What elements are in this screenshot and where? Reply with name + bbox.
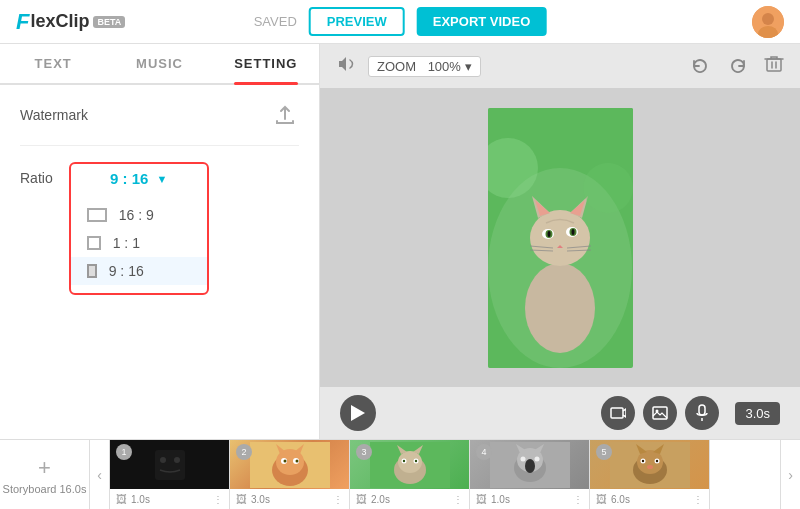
clip-5-duration: 6.0s — [611, 494, 630, 505]
ratio-option-916[interactable]: 9 : 16 — [71, 257, 207, 285]
svg-point-71 — [647, 465, 653, 469]
clip-2-img-icon: 🖼 — [236, 493, 247, 505]
clip-2-footer: 🖼 3.0s ⋮ — [230, 489, 349, 509]
main-area: TEXT MUSIC SETTING Watermark Ratio — [0, 44, 800, 439]
storyboard-label: Storyboard 16.0s — [3, 483, 87, 495]
divider — [20, 145, 299, 146]
clip-1[interactable]: 1 🐱 🖼 1.0s ⋮ — [110, 440, 230, 509]
clip-5[interactable]: 5 🖼 6.0s ⋮ — [590, 440, 710, 509]
tab-music[interactable]: MUSIC — [106, 44, 212, 83]
watermark-label: Watermark — [20, 107, 88, 123]
clip-1-footer: 🖼 1.0s ⋮ — [110, 489, 229, 509]
zoom-label: ZOOM — [377, 59, 416, 74]
svg-point-70 — [655, 459, 657, 461]
video-clip-icon[interactable] — [601, 396, 635, 430]
export-button[interactable]: EXPORT VIDEO — [417, 7, 547, 36]
ratio-option-169[interactable]: 16 : 9 — [71, 201, 207, 229]
clip-4-footer: 🖼 1.0s ⋮ — [470, 489, 589, 509]
zoom-arrow-icon: ▾ — [465, 59, 472, 74]
trash-icon[interactable] — [764, 54, 784, 79]
svg-point-59 — [525, 459, 535, 473]
ratio-option-11[interactable]: 1 : 1 — [71, 229, 207, 257]
redo-icon[interactable] — [724, 52, 752, 80]
svg-point-52 — [402, 459, 404, 461]
ratio-label: Ratio — [20, 170, 53, 186]
ratio-row: Ratio 9 : 16 ▼ 16 : 9 1 : 1 — [20, 162, 299, 295]
clip-5-menu[interactable]: ⋮ — [693, 494, 703, 505]
clip-5-img-icon: 🖼 — [596, 493, 607, 505]
clip-3[interactable]: 3 🖼 2.0s ⋮ — [350, 440, 470, 509]
clip-4-number: 4 — [476, 444, 492, 460]
svg-point-34 — [160, 457, 166, 463]
ratio-icon-916 — [87, 264, 97, 278]
ratio-dropdown[interactable]: 9 : 16 ▼ 16 : 9 1 : 1 — [69, 162, 209, 295]
clip-3-menu[interactable]: ⋮ — [453, 494, 463, 505]
clip-3-footer: 🖼 2.0s ⋮ — [350, 489, 469, 509]
ratio-option-11-label: 1 : 1 — [113, 235, 140, 251]
clip-1-menu[interactable]: ⋮ — [213, 494, 223, 505]
svg-rect-27 — [653, 407, 667, 419]
tab-text[interactable]: TEXT — [0, 44, 106, 83]
avatar[interactable] — [752, 6, 784, 38]
svg-marker-25 — [351, 405, 365, 421]
mic-icon[interactable] — [685, 396, 719, 430]
clip-5-number: 5 — [596, 444, 612, 460]
playback-bar: 3.0s — [320, 387, 800, 439]
watermark-row: Watermark — [20, 101, 299, 129]
svg-rect-26 — [611, 408, 623, 418]
logo-text: lexClip — [30, 11, 89, 32]
clip-3-duration: 2.0s — [371, 494, 390, 505]
saved-status: SAVED — [254, 14, 297, 29]
image-icon[interactable] — [643, 396, 677, 430]
right-panel: ZOOM 100% ▾ — [320, 44, 800, 439]
svg-point-43 — [283, 459, 286, 462]
clip-2-duration: 3.0s — [251, 494, 270, 505]
upload-icon[interactable] — [271, 101, 299, 129]
canvas-toolbar: ZOOM 100% ▾ — [320, 44, 800, 88]
left-panel: TEXT MUSIC SETTING Watermark Ratio — [0, 44, 320, 439]
playback-controls — [601, 396, 719, 430]
svg-point-69 — [641, 459, 643, 461]
ratio-option-169-label: 16 : 9 — [119, 207, 154, 223]
clip-3-img-icon: 🖼 — [356, 493, 367, 505]
header-center: SAVED PREVIEW EXPORT VIDEO — [254, 7, 547, 36]
tabs: TEXT MUSIC SETTING — [0, 44, 319, 85]
svg-point-7 — [530, 210, 590, 266]
scroll-left-arrow[interactable]: ‹ — [90, 440, 110, 509]
clip-2-number: 2 — [236, 444, 252, 460]
storyboard-clips: 1 🐱 🖼 1.0s ⋮ 2 — [110, 440, 780, 509]
tab-setting[interactable]: SETTING — [213, 44, 319, 83]
header: F lexClip BETA SAVED PREVIEW EXPORT VIDE… — [0, 0, 800, 44]
duration-badge: 3.0s — [735, 402, 780, 425]
svg-point-1 — [762, 13, 774, 25]
svg-point-16 — [547, 231, 550, 237]
toolbar-icons — [686, 52, 752, 80]
clip-1-img-icon: 🖼 — [116, 493, 127, 505]
play-button[interactable] — [340, 395, 376, 431]
clip-2[interactable]: 2 🖼 3.0s ⋮ — [230, 440, 350, 509]
undo-icon[interactable] — [686, 52, 714, 80]
svg-rect-3 — [767, 59, 781, 71]
clip-4-img-icon: 🖼 — [476, 493, 487, 505]
panel-content: Watermark Ratio 9 : 16 ▼ — [0, 85, 319, 439]
ratio-selected-value[interactable]: 9 : 16 ▼ — [71, 164, 207, 193]
ratio-icon-11 — [87, 236, 101, 250]
clip-2-menu[interactable]: ⋮ — [333, 494, 343, 505]
zoom-control[interactable]: ZOOM 100% ▾ — [368, 56, 481, 77]
svg-point-61 — [534, 456, 539, 461]
scroll-right-arrow[interactable]: › — [780, 440, 800, 509]
clip-4-menu[interactable]: ⋮ — [573, 494, 583, 505]
clip-4[interactable]: 4 🖼 1.0s ⋮ — [470, 440, 590, 509]
ratio-arrow-icon: ▼ — [156, 173, 167, 185]
svg-point-53 — [414, 459, 416, 461]
svg-rect-33 — [155, 450, 185, 480]
logo-f: F — [16, 9, 29, 35]
svg-point-17 — [571, 229, 574, 235]
clip-1-number: 1 — [116, 444, 132, 460]
ratio-option-916-label: 9 : 16 — [109, 263, 144, 279]
add-clip-button[interactable]: + Storyboard 16.0s — [0, 440, 90, 509]
zoom-value: 100% — [428, 59, 461, 74]
preview-button[interactable]: PREVIEW — [309, 7, 405, 36]
cat-portrait — [488, 108, 633, 368]
volume-icon[interactable] — [336, 54, 356, 78]
